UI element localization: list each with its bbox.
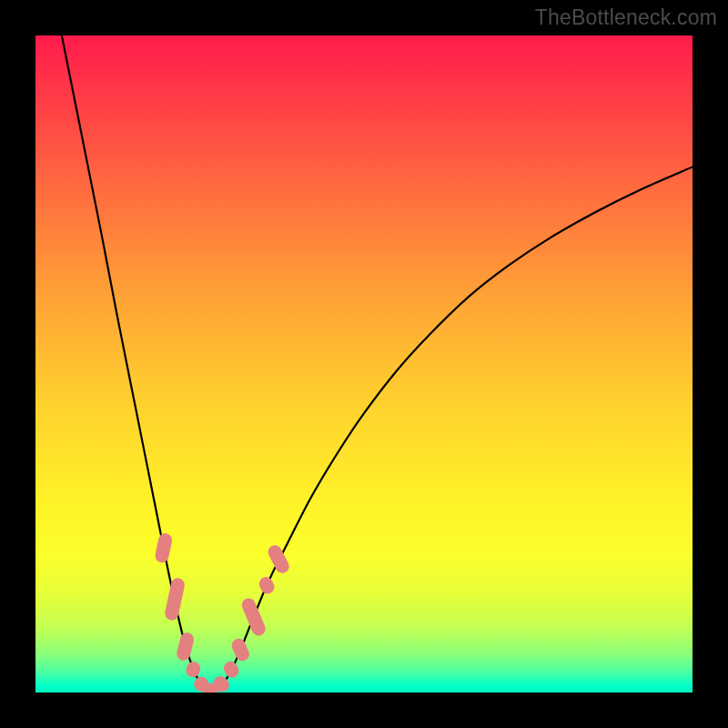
curve-layer [35,35,693,693]
bead [221,659,241,680]
bead [154,532,173,564]
bead-wrapper [221,659,241,680]
bead [229,636,251,662]
plot-area [35,35,693,693]
bead-wrapper [257,575,277,596]
watermark-text: TheBottleneck.com [535,5,717,30]
bead-wrapper [229,636,251,662]
bead [184,660,202,679]
bead-wrapper [164,577,186,622]
bead-wrapper [176,632,196,662]
bead [164,577,186,622]
bead-wrapper [239,596,268,638]
bead-group [154,532,291,693]
bead [176,632,196,662]
bead-wrapper [184,660,202,679]
bottleneck-curve [62,35,693,691]
bead [266,543,291,576]
bead-wrapper [154,532,173,564]
bead [239,596,268,638]
bead [257,575,277,596]
chart-frame: TheBottleneck.com [0,0,728,728]
bead-wrapper [266,543,291,576]
